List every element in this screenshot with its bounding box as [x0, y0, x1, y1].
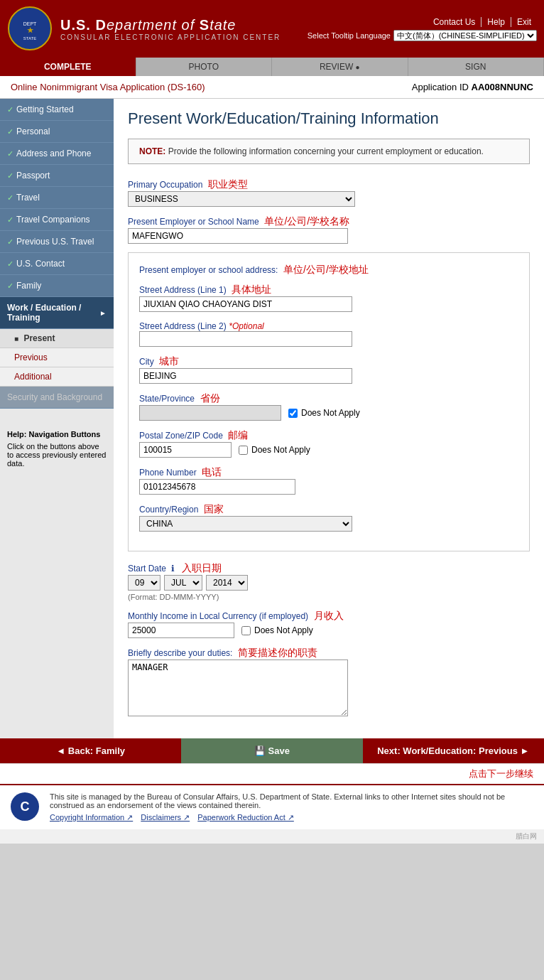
bullet-icon: ■: [14, 335, 18, 343]
sidebar-item-getting-started[interactable]: ✓Getting Started: [0, 99, 114, 121]
state-label: State/Province: [139, 394, 195, 404]
start-date-label: Start Date: [128, 564, 166, 574]
sidebar-sub-present[interactable]: ■ Present: [0, 329, 114, 348]
street2-input[interactable]: [139, 331, 352, 347]
sidebar-item-address[interactable]: ✓Address and Phone: [0, 143, 114, 165]
dept-name: U.S. Department of State: [60, 17, 281, 33]
start-date-info-icon: ℹ: [171, 564, 175, 574]
note-box: NOTE: Provide the following information …: [128, 139, 530, 164]
primary-occupation-select[interactable]: BUSINESS EDUCATION GOVERNMENT OTHER: [128, 191, 355, 207]
back-button[interactable]: ◄ Back: Family: [0, 738, 181, 763]
nav-tabs: COMPLETE PHOTO REVIEW ● SIGN: [0, 58, 544, 76]
duties-group: Briefly describe your duties: 简要描述你的职责 M…: [128, 647, 530, 718]
start-date-year-select[interactable]: 2014: [206, 575, 248, 591]
city-label: City: [139, 357, 154, 367]
sidebar-sub-additional[interactable]: Additional: [0, 367, 114, 387]
header-links: Contact Us Help Exit: [428, 17, 537, 27]
primary-occupation-label: Primary Occupation: [128, 180, 202, 190]
lang-label: Select Tooltip Language: [308, 31, 391, 40]
help-section: Help: Navigation Buttons Click on the bu…: [0, 423, 114, 475]
monthly-income-input[interactable]: [128, 623, 234, 638]
primary-occupation-label-cn: 职业类型: [208, 178, 248, 190]
disclaimers-link[interactable]: Disclaimers ↗: [141, 813, 190, 822]
state-input[interactable]: [139, 405, 281, 421]
next-button[interactable]: Next: Work/Education: Previous ►: [363, 738, 544, 763]
svg-text:STATE: STATE: [23, 36, 36, 41]
footer-logo: C: [11, 792, 39, 821]
street1-group: Street Address (Line 1) 具体地址: [139, 284, 518, 312]
postal-does-not-apply-checkbox[interactable]: [239, 446, 248, 455]
tab-sign[interactable]: SIGN: [408, 58, 545, 76]
help-link[interactable]: Help: [482, 17, 511, 27]
phone-input[interactable]: [139, 479, 295, 495]
street1-label: Street Address (Line 1): [139, 285, 227, 295]
phone-label: Phone Number: [139, 468, 197, 478]
tab-review[interactable]: REVIEW ●: [272, 58, 408, 76]
date-format-hint: (Format: DD-MMM-YYYY): [128, 593, 530, 601]
language-selector-group: Select Tooltip Language 中文(简体）(CHINESE-S…: [308, 30, 537, 41]
sidebar-item-us-contact[interactable]: ✓U.S. Contact: [0, 253, 114, 275]
main-layout: ✓Getting Started ✓Personal ✓Address and …: [0, 99, 544, 738]
svg-text:★: ★: [27, 26, 34, 34]
duties-label: Briefly describe your duties:: [128, 648, 232, 658]
country-select[interactable]: CHINA UNITED STATES OTHER: [139, 516, 352, 532]
address-section: Present employer or school address: 单位/公…: [128, 252, 530, 551]
bottom-nav: ◄ Back: Family 💾 Save Next: Work/Educati…: [0, 738, 544, 763]
employer-name-input[interactable]: [128, 228, 348, 244]
footer-text: This site is managed by the Bureau of Co…: [50, 792, 533, 809]
duties-label-cn: 简要描述你的职责: [238, 647, 317, 658]
footer: C This site is managed by the Bureau of …: [0, 784, 544, 829]
language-select[interactable]: 中文(简体）(CHINESE-SIMPLIFIED): [393, 30, 537, 41]
sidebar: ✓Getting Started ✓Personal ✓Address and …: [0, 99, 114, 738]
tab-photo[interactable]: PHOTO: [136, 58, 273, 76]
postal-group: Postal Zone/ZIP Code 邮编 Does Not Apply: [139, 429, 518, 458]
tab-complete[interactable]: COMPLETE: [0, 58, 136, 76]
employer-name-label: Present Employer or School Name: [128, 217, 259, 227]
help-title: Help: Navigation Buttons: [7, 430, 107, 438]
address-section-label: Present employer or school address:: [139, 265, 278, 275]
sidebar-item-travel[interactable]: ✓Travel: [0, 187, 114, 209]
city-label-cn: 城市: [159, 355, 179, 367]
next-cn-label: 点击下一步继续: [0, 763, 544, 784]
sidebar-sub-previous[interactable]: Previous: [0, 348, 114, 367]
monthly-income-group: Monthly Income in Local Currency (if emp…: [128, 610, 530, 638]
street1-label-cn: 具体地址: [232, 284, 271, 295]
street1-input[interactable]: [139, 296, 352, 312]
employer-name-label-cn: 单位/公司/学校名称: [264, 215, 349, 227]
contact-us-link[interactable]: Contact Us: [428, 17, 482, 27]
country-group: Country/Region 国家 CHINA UNITED STATES OT…: [139, 503, 518, 532]
state-does-not-apply-checkbox[interactable]: [288, 409, 298, 418]
state-does-not-apply-label: Does Not Apply: [301, 408, 360, 418]
city-input[interactable]: [139, 368, 352, 384]
sidebar-item-personal[interactable]: ✓Personal: [0, 121, 114, 143]
sidebar-item-family[interactable]: ✓Family: [0, 275, 114, 297]
page-header: ★ DEPT STATE U.S. Department of State CO…: [0, 0, 544, 58]
phone-label-cn: 电话: [202, 466, 222, 478]
postal-input[interactable]: [139, 442, 232, 458]
monthly-income-does-not-apply-checkbox[interactable]: [241, 626, 251, 635]
sidebar-item-security: Security and Background: [0, 387, 114, 409]
primary-occupation-group: Primary Occupation 职业类型 BUSINESS EDUCATI…: [128, 178, 530, 207]
page-title: Present Work/Education/Training Informat…: [128, 109, 530, 128]
svg-text:DEPT: DEPT: [23, 21, 37, 26]
sidebar-item-prev-travel[interactable]: ✓Previous U.S. Travel: [0, 231, 114, 253]
postal-label-cn: 邮编: [228, 429, 248, 441]
application-id: Application ID AA008NNUNC: [412, 82, 533, 92]
footer-links: Copyright Information ↗ Disclaimers ↗ Pa…: [50, 813, 533, 822]
copyright-link[interactable]: Copyright Information ↗: [50, 813, 133, 822]
address-section-label-cn: 单位/公司/学校地址: [283, 264, 369, 275]
monthly-income-does-not-apply-label: Does Not Apply: [254, 625, 313, 635]
sidebar-item-companions[interactable]: ✓Travel Companions: [0, 209, 114, 231]
save-button[interactable]: 💾 Save: [181, 738, 362, 763]
duties-textarea[interactable]: MANAGER: [128, 659, 348, 716]
country-label: Country/Region: [139, 505, 198, 515]
paperwork-link[interactable]: Paperwork Reduction Act ↗: [197, 813, 294, 822]
sidebar-item-passport[interactable]: ✓Passport: [0, 165, 114, 187]
monthly-income-label: Monthly Income in Local Currency (if emp…: [128, 611, 308, 621]
start-date-month-select[interactable]: JUL: [164, 575, 202, 591]
start-date-day-select[interactable]: 09: [128, 575, 161, 591]
exit-link[interactable]: Exit: [511, 17, 537, 27]
postal-does-not-apply-label: Does Not Apply: [251, 445, 310, 455]
sidebar-item-work[interactable]: Work / Education / Training ►: [0, 297, 114, 329]
street2-optional: *Optional: [229, 321, 263, 331]
